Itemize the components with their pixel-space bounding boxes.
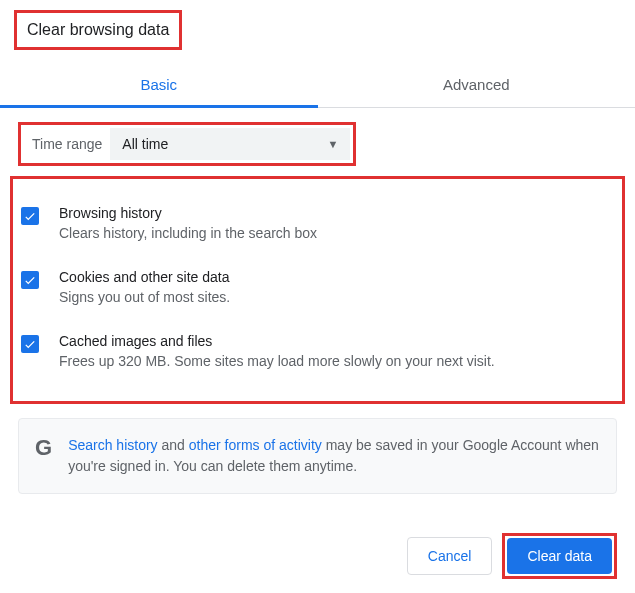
option-text: Cookies and other site data Signs you ou… — [59, 269, 614, 305]
time-range-value: All time — [122, 136, 168, 152]
checkbox-cookies[interactable] — [21, 271, 39, 289]
cancel-button[interactable]: Cancel — [407, 537, 493, 575]
check-icon — [23, 273, 37, 287]
options-list: Browsing history Clears history, includi… — [10, 176, 625, 404]
option-title: Cookies and other site data — [59, 269, 614, 285]
chevron-down-icon: ▼ — [327, 138, 338, 150]
clear-data-highlight: Clear data — [502, 533, 617, 579]
option-browsing-history: Browsing history Clears history, includi… — [21, 191, 614, 255]
option-title: Cached images and files — [59, 333, 614, 349]
checkbox-browsing-history[interactable] — [21, 207, 39, 225]
info-mid: and — [158, 437, 189, 453]
dialog-actions: Cancel Clear data — [407, 533, 617, 579]
option-desc: Clears history, including in the search … — [59, 225, 614, 241]
option-text: Cached images and files Frees up 320 MB.… — [59, 333, 614, 369]
time-range-select[interactable]: All time ▼ — [110, 128, 350, 160]
option-text: Browsing history Clears history, includi… — [59, 205, 614, 241]
option-title: Browsing history — [59, 205, 614, 221]
option-desc: Signs you out of most sites. — [59, 289, 614, 305]
info-box: G Search history and other forms of acti… — [18, 418, 617, 494]
clear-data-button[interactable]: Clear data — [507, 538, 612, 574]
option-cookies: Cookies and other site data Signs you ou… — [21, 255, 614, 319]
check-icon — [23, 337, 37, 351]
link-search-history[interactable]: Search history — [68, 437, 157, 453]
dialog-title: Clear browsing data — [14, 10, 182, 50]
tabs: Basic Advanced — [0, 62, 635, 108]
info-text: Search history and other forms of activi… — [68, 435, 600, 477]
tab-basic[interactable]: Basic — [0, 62, 318, 107]
google-logo-icon: G — [35, 437, 52, 459]
tab-advanced[interactable]: Advanced — [318, 62, 636, 107]
link-other-activity[interactable]: other forms of activity — [189, 437, 322, 453]
checkbox-cache[interactable] — [21, 335, 39, 353]
time-range-row: Time range All time ▼ — [18, 122, 356, 166]
check-icon — [23, 209, 37, 223]
option-cache: Cached images and files Frees up 320 MB.… — [21, 319, 614, 383]
option-desc: Frees up 320 MB. Some sites may load mor… — [59, 353, 614, 369]
time-range-label: Time range — [24, 130, 110, 158]
